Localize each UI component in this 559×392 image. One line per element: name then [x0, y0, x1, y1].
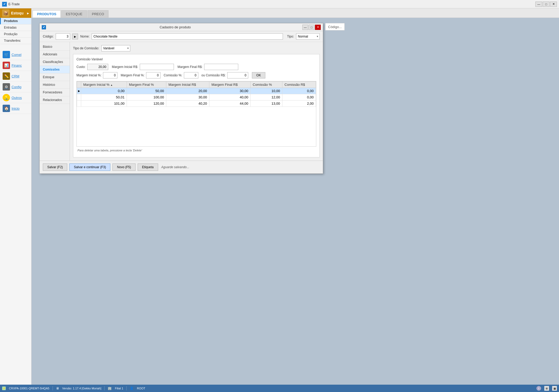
tab-preco[interactable]: PRECO — [87, 10, 108, 18]
margem-final-rs-input[interactable] — [204, 64, 238, 70]
sidebar-item-produtos[interactable]: Produtos — [0, 18, 31, 24]
margem-final-rs-label: Margem Final R$: — [178, 65, 203, 69]
row-margem-final-rs-3: 44,00 — [209, 100, 250, 107]
table-row[interactable]: 50,01 100,00 30,00 40,00 12,00 0,00 — [77, 94, 316, 100]
tipo-comissao-row: Tipo de Comissão: Variável Fixo Nenhum ▼ — [73, 45, 320, 51]
status-computer-icon: 🖥 — [56, 386, 59, 390]
tab-produtos[interactable]: PRODUTOS — [33, 10, 61, 18]
sidebar-item-financeiro[interactable]: 📊 Financ — [0, 60, 31, 71]
config-icon: ⚙ — [3, 83, 10, 91]
col-margem-final-rs[interactable]: Margem Final R$ — [209, 82, 250, 88]
sidebar-outros-label: Outros — [12, 96, 22, 100]
sidebar-inicio-label: Inicio — [12, 107, 19, 110]
sidebar-section-estoque[interactable]: 📦 Estoqu ▶ — [0, 8, 31, 18]
row-margem-final-rs-2: 40,00 — [209, 94, 250, 100]
sidebar-config-label: Config — [12, 85, 22, 89]
margem-inicial-pct-label: Margem Inicial %: — [76, 73, 101, 77]
btn-etiqueta[interactable]: Etiqueta — [138, 163, 158, 171]
tab-estoque[interactable]: ESTOQUE — [61, 10, 87, 18]
comissao-rs-input[interactable] — [227, 72, 248, 78]
comissao-variavel-box: Comissão Variável Custo: Margem Inicial … — [73, 54, 320, 157]
side-nav-item-fornecedores[interactable]: Fornecedores — [40, 89, 70, 96]
status-bar: ⚡ CRXPA-10001-QREMT-5HQA5 🖥 Versão: 1.17… — [0, 385, 559, 392]
financeiro-icon: 📊 — [3, 62, 10, 69]
row-margem-inicial-rs-3: 40,20 — [166, 100, 209, 107]
window-maximize-btn[interactable]: □ — [543, 2, 550, 7]
tipo-label: Tipo: — [287, 35, 294, 38]
side-nav-item-relacionados[interactable]: Relacionados — [40, 96, 70, 104]
btn-salvar[interactable]: Salvar (F2) — [43, 163, 67, 171]
sidebar-item-transferencia[interactable]: Transferênc — [0, 38, 31, 44]
modal-minimize-btn[interactable]: — — [302, 25, 308, 30]
col-comissao-rs[interactable]: Comissão R$ — [282, 82, 316, 88]
codigo-nav-btn[interactable]: ▶ — [72, 34, 78, 39]
modal-main-content: Tipo de Comissão: Variável Fixo Nenhum ▼ — [70, 42, 323, 161]
margem-inicial-rs-input[interactable] — [140, 64, 174, 70]
ok-button[interactable]: OK — [252, 72, 265, 78]
side-nav-item-comissoes[interactable]: Comissões — [40, 66, 70, 73]
comissao-pct-input[interactable] — [184, 72, 198, 78]
sidebar-item-comercial[interactable]: 🛒 Comel — [0, 49, 31, 60]
col-margem-inicial-pct[interactable]: Margem Inicial % ▲ — [81, 82, 127, 88]
modal-close-btn[interactable]: ✕ — [315, 25, 321, 30]
row-comissao-pct-3: 13,00 — [251, 100, 282, 107]
margem-final-pct-label: Margem Final %: — [121, 73, 144, 77]
window-minimize-btn[interactable]: — — [535, 2, 542, 7]
row-margem-inicial-rs-1: 20,00 — [166, 88, 209, 94]
modal-controls: — □ ✕ — [302, 25, 321, 30]
sidebar-item-config[interactable]: ⚙ Config — [0, 82, 31, 92]
table-row[interactable]: ▶ 0,00 50,00 20,00 30,00 10,00 0,00 — [77, 88, 316, 94]
margem-inicial-pct-input[interactable] — [103, 72, 117, 78]
modal-maximize-btn[interactable]: □ — [309, 25, 314, 30]
sidebar-financeiro-label: Financ — [12, 63, 22, 67]
side-nav-item-adicionais[interactable]: Adicionais — [40, 51, 70, 58]
hint-text: Para deletar uma tabela, pressione a tec… — [76, 147, 316, 154]
sidebar-item-crm[interactable]: ✏️ CRM — [0, 71, 31, 82]
tipo-select[interactable]: Normal — [296, 33, 320, 40]
sidebar-item-entradas[interactable]: Entradas — [0, 24, 31, 31]
status-user-icon: 👤 — [130, 386, 134, 390]
custo-label: Custo: — [76, 65, 86, 69]
sidebar-item-outros[interactable]: 💡 Outros — [0, 92, 31, 103]
side-nav-item-classificacoes[interactable]: Classificações — [40, 58, 70, 66]
comissao-table: Margem Inicial % ▲ Margem Final % Margem… — [77, 81, 316, 107]
row-margem-inicial-pct-3: 101,00 — [81, 100, 127, 107]
side-nav-item-historico[interactable]: Histórico — [40, 81, 70, 89]
content-area: ✔ Cadastro de produto — □ ✕ Código: — [32, 18, 559, 385]
sidebar-item-producao[interactable]: Produção — [0, 31, 31, 38]
sidebar-item-inicio[interactable]: 🏠 Inicio — [0, 103, 31, 114]
status-connection: CRXPA-10001-QREMT-5HQA5 — [9, 387, 49, 390]
tab-bar: PRODUTOS ESTOQUE PRECO — [32, 8, 559, 18]
status-layout-icon[interactable]: ▦ — [552, 386, 557, 391]
row-comissao-pct-2: 12,00 — [251, 94, 282, 100]
modal-side-nav: Básico Adicionais Classificações Comissõ… — [40, 42, 70, 161]
tipo-comissao-select[interactable]: Variável Fixo Nenhum — [101, 45, 130, 51]
col-margem-final-pct[interactable]: Margem Final % — [127, 82, 166, 88]
status-windows-icon[interactable]: ⊞ — [544, 386, 549, 391]
side-nav-item-estoque[interactable]: Estoque — [40, 73, 70, 81]
custo-input[interactable] — [87, 64, 108, 70]
main-area: PRODUTOS ESTOQUE PRECO — [32, 8, 559, 385]
status-sep-3 — [126, 386, 127, 390]
btn-salvar-continuar[interactable]: Salvar e continuar (F3) — [69, 163, 110, 171]
table-row[interactable]: 101,00 120,00 40,20 44,00 13,00 2,00 — [77, 100, 316, 107]
form-row-2: Margem Inicial %: Margem Final %: Comiss… — [76, 72, 316, 78]
btn-novo[interactable]: Novo (F5) — [112, 163, 135, 171]
col-margem-inicial-rs[interactable]: Margem Inicial R$ — [166, 82, 209, 88]
row-comissao-rs-2: 0,00 — [282, 94, 316, 100]
side-nav-item-basico[interactable]: Básico — [40, 43, 70, 51]
status-info-icon[interactable]: i — [536, 386, 541, 391]
tipo-select-wrap: Normal ▼ — [296, 33, 320, 40]
window-close-btn[interactable]: ✕ — [550, 2, 557, 7]
sidebar-estoque-label: Estoqu — [11, 11, 23, 15]
margem-final-pct-input[interactable] — [146, 72, 161, 78]
row-margem-inicial-pct-2: 50,01 — [81, 94, 127, 100]
row-arrow-3 — [77, 100, 81, 107]
app-title: E-Trade — [8, 2, 535, 6]
row-margem-inicial-rs-2: 30,00 — [166, 94, 209, 100]
nome-input[interactable] — [92, 33, 283, 40]
app-body: 📦 Estoqu ▶ Produtos Entradas Produção Tr… — [0, 8, 559, 385]
codigo-input[interactable] — [56, 33, 70, 40]
modal-dialog: ✔ Cadastro de produto — □ ✕ Código: — [39, 23, 323, 174]
col-comissao-pct[interactable]: Comissão % — [251, 82, 282, 88]
